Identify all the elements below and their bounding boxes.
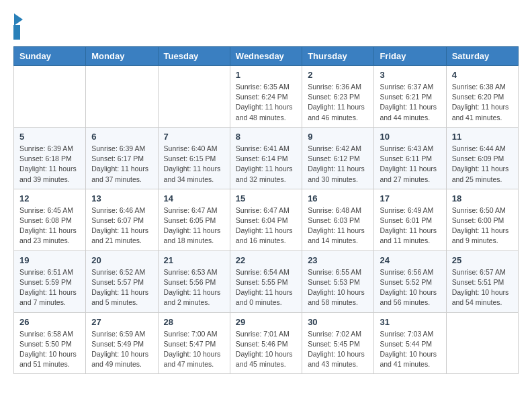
- calendar-cell: 21Sunrise: 6:53 AM Sunset: 5:56 PM Dayli…: [158, 250, 230, 312]
- day-number: 13: [91, 193, 152, 203]
- day-number: 8: [236, 132, 296, 142]
- calendar-header: SundayMondayTuesdayWednesdayThursdayFrid…: [14, 47, 519, 66]
- day-info: Sunrise: 6:39 AM Sunset: 6:17 PM Dayligh…: [91, 144, 152, 185]
- day-info: Sunrise: 6:55 AM Sunset: 5:53 PM Dayligh…: [308, 267, 368, 308]
- day-info: Sunrise: 6:48 AM Sunset: 6:03 PM Dayligh…: [308, 205, 368, 246]
- calendar-cell: 15Sunrise: 6:47 AM Sunset: 6:04 PM Dayli…: [230, 189, 302, 250]
- day-info: Sunrise: 6:36 AM Sunset: 6:23 PM Dayligh…: [308, 82, 368, 123]
- day-number: 7: [164, 132, 224, 142]
- day-number: 20: [91, 255, 152, 265]
- day-info: Sunrise: 6:44 AM Sunset: 6:09 PM Dayligh…: [452, 144, 513, 185]
- day-info: Sunrise: 7:00 AM Sunset: 5:47 PM Dayligh…: [164, 329, 224, 370]
- day-info: Sunrise: 6:47 AM Sunset: 6:05 PM Dayligh…: [164, 205, 224, 246]
- calendar-cell: 28Sunrise: 7:00 AM Sunset: 5:47 PM Dayli…: [158, 312, 230, 374]
- day-number: 9: [308, 132, 368, 142]
- day-info: Sunrise: 6:41 AM Sunset: 6:14 PM Dayligh…: [236, 144, 296, 185]
- day-info: Sunrise: 6:59 AM Sunset: 5:49 PM Dayligh…: [91, 329, 152, 370]
- calendar-cell: 18Sunrise: 6:50 AM Sunset: 6:00 PM Dayli…: [446, 189, 518, 250]
- day-number: 27: [91, 317, 152, 327]
- calendar-cell: 14Sunrise: 6:47 AM Sunset: 6:05 PM Dayli…: [158, 189, 230, 250]
- calendar-cell: 3Sunrise: 6:37 AM Sunset: 6:21 PM Daylig…: [374, 66, 446, 128]
- calendar-cell: 20Sunrise: 6:52 AM Sunset: 5:57 PM Dayli…: [86, 250, 158, 312]
- weekday-header-tuesday: Tuesday: [158, 47, 230, 66]
- calendar-cell: 19Sunrise: 6:51 AM Sunset: 5:59 PM Dayli…: [14, 250, 86, 312]
- day-info: Sunrise: 6:37 AM Sunset: 6:21 PM Dayligh…: [380, 82, 440, 123]
- day-info: Sunrise: 6:43 AM Sunset: 6:11 PM Dayligh…: [380, 144, 440, 185]
- day-number: 4: [452, 70, 513, 80]
- day-number: 28: [164, 317, 224, 327]
- calendar-cell: 9Sunrise: 6:42 AM Sunset: 6:12 PM Daylig…: [302, 127, 374, 189]
- day-number: 6: [91, 132, 152, 142]
- calendar-week-2: 5Sunrise: 6:39 AM Sunset: 6:18 PM Daylig…: [14, 127, 519, 189]
- logo-arrow-icon: [14, 13, 23, 26]
- calendar-cell: 6Sunrise: 6:39 AM Sunset: 6:17 PM Daylig…: [86, 127, 158, 189]
- day-info: Sunrise: 6:52 AM Sunset: 5:57 PM Dayligh…: [91, 267, 152, 308]
- day-info: Sunrise: 6:54 AM Sunset: 5:55 PM Dayligh…: [236, 267, 296, 308]
- calendar-cell: [446, 312, 518, 374]
- calendar-week-4: 19Sunrise: 6:51 AM Sunset: 5:59 PM Dayli…: [14, 250, 519, 312]
- calendar-cell: 27Sunrise: 6:59 AM Sunset: 5:49 PM Dayli…: [86, 312, 158, 374]
- day-number: 3: [380, 70, 440, 80]
- day-number: 31: [380, 317, 440, 327]
- weekday-header-friday: Friday: [374, 47, 446, 66]
- day-info: Sunrise: 6:42 AM Sunset: 6:12 PM Dayligh…: [308, 144, 368, 185]
- weekday-header-monday: Monday: [86, 47, 158, 66]
- calendar-cell: 13Sunrise: 6:46 AM Sunset: 6:07 PM Dayli…: [86, 189, 158, 250]
- calendar-cell: 25Sunrise: 6:57 AM Sunset: 5:51 PM Dayli…: [446, 250, 518, 312]
- day-info: Sunrise: 6:56 AM Sunset: 5:52 PM Dayligh…: [380, 267, 440, 308]
- day-number: 12: [19, 193, 80, 203]
- day-number: 25: [452, 255, 513, 265]
- calendar-table: SundayMondayTuesdayWednesdayThursdayFrid…: [13, 46, 519, 374]
- calendar-week-1: 1Sunrise: 6:35 AM Sunset: 6:24 PM Daylig…: [14, 66, 519, 128]
- day-number: 2: [308, 70, 368, 80]
- day-info: Sunrise: 6:57 AM Sunset: 5:51 PM Dayligh…: [452, 267, 513, 308]
- weekday-header-thursday: Thursday: [302, 47, 374, 66]
- calendar-cell: 11Sunrise: 6:44 AM Sunset: 6:09 PM Dayli…: [446, 127, 518, 189]
- calendar-cell: [14, 66, 86, 128]
- calendar-cell: 22Sunrise: 6:54 AM Sunset: 5:55 PM Dayli…: [230, 250, 302, 312]
- day-info: Sunrise: 6:47 AM Sunset: 6:04 PM Dayligh…: [236, 205, 296, 246]
- day-number: 21: [164, 255, 224, 265]
- day-info: Sunrise: 6:40 AM Sunset: 6:15 PM Dayligh…: [164, 144, 224, 185]
- calendar-cell: [158, 66, 230, 128]
- day-number: 19: [19, 255, 80, 265]
- calendar-cell: 12Sunrise: 6:45 AM Sunset: 6:08 PM Dayli…: [14, 189, 86, 250]
- day-info: Sunrise: 6:45 AM Sunset: 6:08 PM Dayligh…: [19, 205, 80, 246]
- calendar-week-3: 12Sunrise: 6:45 AM Sunset: 6:08 PM Dayli…: [14, 189, 519, 250]
- day-info: Sunrise: 6:49 AM Sunset: 6:01 PM Dayligh…: [380, 205, 440, 246]
- calendar-cell: [86, 66, 158, 128]
- calendar-cell: 29Sunrise: 7:01 AM Sunset: 5:46 PM Dayli…: [230, 312, 302, 374]
- day-number: 24: [380, 255, 440, 265]
- day-info: Sunrise: 6:58 AM Sunset: 5:50 PM Dayligh…: [19, 329, 80, 370]
- calendar-week-5: 26Sunrise: 6:58 AM Sunset: 5:50 PM Dayli…: [14, 312, 519, 374]
- day-info: Sunrise: 7:01 AM Sunset: 5:46 PM Dayligh…: [236, 329, 296, 370]
- calendar-cell: 23Sunrise: 6:55 AM Sunset: 5:53 PM Dayli…: [302, 250, 374, 312]
- calendar-cell: 26Sunrise: 6:58 AM Sunset: 5:50 PM Dayli…: [14, 312, 86, 374]
- calendar-cell: 2Sunrise: 6:36 AM Sunset: 6:23 PM Daylig…: [302, 66, 374, 128]
- day-info: Sunrise: 6:39 AM Sunset: 6:18 PM Dayligh…: [19, 144, 80, 185]
- day-info: Sunrise: 6:35 AM Sunset: 6:24 PM Dayligh…: [236, 82, 296, 123]
- day-info: Sunrise: 6:51 AM Sunset: 5:59 PM Dayligh…: [19, 267, 80, 308]
- weekday-header-row: SundayMondayTuesdayWednesdayThursdayFrid…: [14, 47, 519, 66]
- day-number: 15: [236, 193, 296, 203]
- weekday-header-wednesday: Wednesday: [230, 47, 302, 66]
- calendar-cell: 24Sunrise: 6:56 AM Sunset: 5:52 PM Dayli…: [374, 250, 446, 312]
- calendar-cell: 31Sunrise: 7:03 AM Sunset: 5:44 PM Dayli…: [374, 312, 446, 374]
- day-info: Sunrise: 7:02 AM Sunset: 5:45 PM Dayligh…: [308, 329, 368, 370]
- day-number: 17: [380, 193, 440, 203]
- calendar-cell: 30Sunrise: 7:02 AM Sunset: 5:45 PM Dayli…: [302, 312, 374, 374]
- weekday-header-sunday: Sunday: [14, 47, 86, 66]
- day-number: 10: [380, 132, 440, 142]
- calendar-cell: 4Sunrise: 6:38 AM Sunset: 6:20 PM Daylig…: [446, 66, 518, 128]
- weekday-header-saturday: Saturday: [446, 47, 518, 66]
- day-info: Sunrise: 6:46 AM Sunset: 6:07 PM Dayligh…: [91, 205, 152, 246]
- day-info: Sunrise: 6:53 AM Sunset: 5:56 PM Dayligh…: [164, 267, 224, 308]
- calendar-cell: 1Sunrise: 6:35 AM Sunset: 6:24 PM Daylig…: [230, 66, 302, 128]
- calendar-cell: 5Sunrise: 6:39 AM Sunset: 6:18 PM Daylig…: [14, 127, 86, 189]
- calendar-cell: 8Sunrise: 6:41 AM Sunset: 6:14 PM Daylig…: [230, 127, 302, 189]
- page-header: [13, 13, 519, 40]
- day-info: Sunrise: 6:50 AM Sunset: 6:00 PM Dayligh…: [452, 205, 513, 246]
- day-number: 14: [164, 193, 224, 203]
- calendar-cell: 7Sunrise: 6:40 AM Sunset: 6:15 PM Daylig…: [158, 127, 230, 189]
- logo: [13, 13, 23, 40]
